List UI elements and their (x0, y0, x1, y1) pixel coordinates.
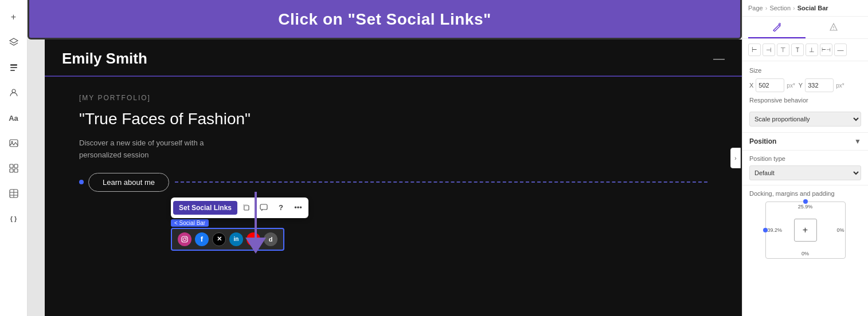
docking-section: Docking, margins and padding 25.9% 39.2%… (742, 185, 868, 316)
position-label: Position (749, 137, 776, 145)
pages-icon[interactable] (3, 57, 24, 78)
position-type-label: Position type (749, 155, 861, 162)
portfolio-desc: Discover a new side of yourself with a p… (79, 137, 228, 161)
align-bottom-edge[interactable]: ⊢⊣ (820, 44, 832, 56)
align-top-edge[interactable]: T (791, 44, 804, 56)
code-icon[interactable]: { } (3, 208, 24, 229)
size-section: Size X px* Y px* Responsive behavior Sca… (742, 61, 868, 133)
docking-plus-icon: + (803, 225, 808, 235)
add-icon[interactable]: + (3, 7, 24, 27)
linkedin-icon[interactable]: in (229, 232, 243, 246)
svg-point-18 (183, 238, 186, 240)
align-center-v[interactable]: ⊥ (806, 44, 818, 56)
align-distribute[interactable]: — (834, 44, 847, 56)
docking-right-val: 0% (836, 227, 844, 233)
svg-point-21 (779, 23, 780, 25)
instruction-arrow (245, 192, 266, 254)
portfolio-title: "True Faces of Fashion" (79, 110, 707, 128)
breadcrumb-page: Page (748, 5, 763, 11)
page-header-name: Emily Smith (62, 50, 147, 68)
svg-point-4 (12, 89, 15, 93)
docking-bottom-val: 0% (801, 251, 809, 256)
y-label: Y (799, 82, 803, 89)
size-x-group: X px* (749, 78, 795, 92)
layers-icon[interactable] (3, 32, 24, 53)
position-chevron[interactable]: ▼ (854, 137, 861, 145)
x-unit: px* (787, 82, 795, 89)
x-label: X (749, 82, 753, 89)
docking-dot-left (763, 228, 768, 232)
position-type-select[interactable]: Default (749, 165, 861, 180)
toolbar-icon-more[interactable]: ••• (290, 200, 306, 216)
size-label: Size (749, 67, 861, 74)
image-icon[interactable] (3, 133, 24, 153)
breadcrumb-sep-1: › (765, 5, 768, 11)
grid-icon[interactable] (3, 158, 24, 179)
table-icon[interactable] (3, 183, 24, 204)
learn-btn-row: Learn about me (79, 173, 707, 192)
svg-marker-0 (10, 38, 18, 43)
tab-behavior[interactable] (806, 17, 863, 38)
annotation-banner: Click on "Set Social Links" (28, 0, 742, 40)
arrow-shaft (255, 192, 257, 238)
docking-left-val: 39.2% (768, 227, 783, 233)
position-type-row: Position type Default (742, 151, 868, 185)
panel-collapse-button[interactable]: › (730, 148, 741, 168)
svg-rect-17 (182, 236, 187, 242)
size-y-input[interactable] (805, 78, 834, 92)
toolbar-icon-help[interactable]: ? (273, 200, 289, 216)
twitter-x-icon[interactable]: ✕ (212, 232, 226, 246)
arrow-head (245, 238, 266, 254)
svg-point-6 (11, 141, 13, 143)
svg-rect-5 (10, 140, 18, 147)
portfolio-label: [MY PORTFOLIO] (79, 94, 707, 102)
size-y-group: Y px* (799, 78, 844, 92)
svg-rect-2 (10, 67, 17, 68)
canvas-wrapper: Desktop (Primary) Emily Smith — [MY PORT… (28, 40, 742, 316)
docking-dot-top (803, 199, 808, 204)
alignment-row: ⊢ ⊣ ⊤ T ⊥ ⊢⊣ — (742, 39, 868, 61)
main-area: Click on "Set Social Links" Desktop (Pri… (28, 0, 742, 316)
font-icon[interactable]: Aa (3, 108, 24, 128)
breadcrumb-sep-2: › (793, 5, 795, 11)
page-header-dash: — (713, 52, 725, 65)
social-bar-label: < Social Bar (171, 219, 209, 227)
left-sidebar: + Aa (0, 0, 28, 316)
panel-tabs (742, 17, 868, 39)
responsive-label: Responsive behavior (749, 97, 861, 104)
breadcrumb-section: Section (769, 5, 791, 11)
svg-rect-3 (10, 70, 15, 71)
size-x-input[interactable] (756, 78, 784, 92)
svg-rect-1 (10, 64, 17, 66)
docking-top-val: 25.9% (798, 204, 813, 210)
svg-point-19 (186, 237, 186, 238)
social-icons-row: f ✕ in d (171, 228, 284, 251)
svg-rect-9 (10, 169, 13, 172)
annotation-text: Click on "Set Social Links" (278, 10, 491, 28)
docking-inner-box[interactable]: + (794, 219, 817, 242)
social-bar-wrapper: Set Social Links (171, 198, 308, 251)
svg-rect-7 (10, 164, 13, 168)
position-header: Position ▼ (742, 133, 868, 151)
svg-rect-10 (14, 169, 18, 172)
docking-visual: 25.9% 39.2% 0% 0% + (765, 202, 846, 259)
people-icon[interactable] (3, 82, 24, 103)
facebook-icon[interactable]: f (195, 232, 209, 246)
align-center-h[interactable]: ⊣ (763, 44, 775, 56)
align-right-edge[interactable]: ⊤ (777, 44, 789, 56)
page-content: [MY PORTFOLIO] "True Faces of Fashion" D… (45, 77, 742, 268)
svg-rect-8 (14, 164, 18, 168)
page-canvas: Emily Smith — [MY PORTFOLIO] "True Faces… (45, 40, 742, 316)
right-panel: Page › Section › Social Bar ⊢ ⊣ ⊤ T ⊥ ⊢⊣… (742, 0, 868, 316)
breadcrumb-current: Social Bar (797, 5, 828, 11)
responsive-select[interactable]: Scale proportionally (749, 112, 861, 127)
docking-label: Docking, margins and padding (749, 190, 861, 197)
social-toolbar: Set Social Links (171, 198, 308, 218)
set-social-links-button[interactable]: Set Social Links (173, 201, 237, 215)
dashed-line (175, 181, 707, 183)
instagram-icon[interactable] (178, 232, 191, 246)
learn-about-me-button[interactable]: Learn about me (88, 173, 169, 192)
align-left-edge[interactable]: ⊢ (748, 44, 761, 56)
y-unit: px* (836, 82, 844, 89)
tab-design[interactable] (748, 17, 806, 38)
